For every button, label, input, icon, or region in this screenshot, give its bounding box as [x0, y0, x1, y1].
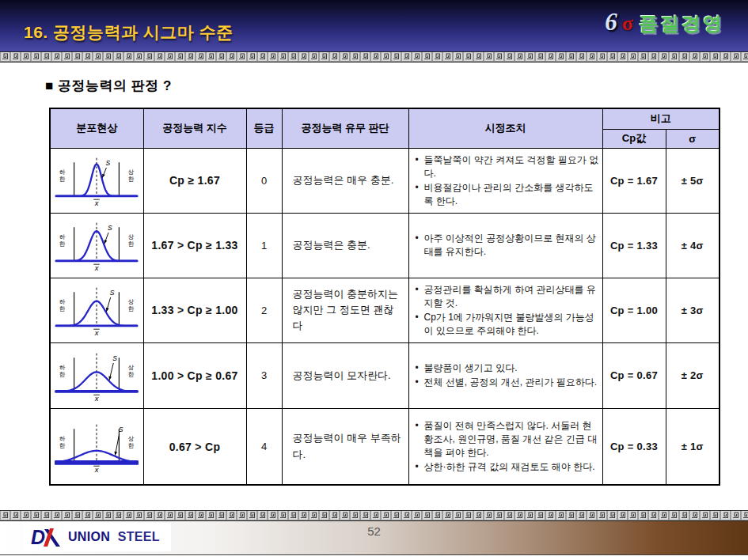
cp-value-cell: Cp = 1.33 — [602, 213, 666, 278]
svg-text:x: x — [94, 263, 99, 272]
cp-index-cell: 1.67 > Cp ≥ 1.33 — [143, 213, 246, 278]
cp-index-cell: Cp ≥ 1.67 — [143, 148, 246, 213]
col-header-distribution: 분포현상 — [50, 108, 143, 148]
footer-bar: D UNION STEEL 52 — [0, 521, 748, 555]
brand-six: 6 — [605, 8, 617, 36]
grade-cell: 4 — [246, 408, 282, 485]
table-header-row: 분포현상 공정능력 지수 등급 공정능력 유무 판단 시정조치 비고 — [50, 108, 720, 129]
sigma-level-cell: ± 2σ — [666, 342, 720, 408]
svg-text:상한: 상한 — [128, 234, 135, 248]
judgment-cell: 공정능력은 매우 충분. — [282, 148, 408, 213]
svg-text:S: S — [110, 289, 115, 297]
cp-index-cell: 0.67 > Cp — [143, 408, 246, 485]
judgment-cell: 공정능력이 매우 부족하다. — [282, 408, 408, 485]
svg-text:하한: 하한 — [59, 299, 66, 313]
bell-curve-diagram: 하한상한Sx — [55, 218, 139, 274]
action-item: Cp가 1에 가까워지면 불량발생의 가능성이 있으므로 주의해야 한다. — [416, 311, 599, 338]
svg-text:상한: 상한 — [128, 169, 135, 184]
svg-text:S: S — [113, 354, 118, 362]
svg-text:x: x — [94, 465, 99, 474]
bell-curve-diagram: 하한상한Sx — [55, 349, 139, 404]
brand-name: 품질경영 — [639, 11, 724, 36]
judgment-cell: 공정능력이 충분하지는 않지만 그 정도면 괜찮다 — [282, 278, 408, 342]
action-item: 아주 이상적인 공정상황이므로 현재의 상태를 유지한다. — [416, 232, 599, 259]
table-row: 하한상한Sx Cp ≥ 1.67 0 공정능력은 매우 충분. 들쭉날쭉이 약간… — [50, 148, 720, 213]
cp-index-cell: 1.33 > Cp ≥ 1.00 — [143, 278, 246, 342]
sigma-icon: σ — [622, 12, 633, 36]
action-cell: 불량품이 생기고 있다. 전체 선별, 공정의 개선, 관리가 필요하다. — [408, 342, 602, 408]
action-cell: 공정관리를 확실하게 하여 관리상태를 유지할 것. Cp가 1에 가까워지면 … — [408, 278, 602, 342]
slide-title: 16. 공정능력과 시그마 수준 — [24, 21, 234, 44]
col-header-cp-index: 공정능력 지수 — [143, 108, 246, 148]
svg-text:S: S — [108, 224, 112, 232]
col-header-grade: 등급 — [246, 108, 282, 148]
grade-cell: 1 — [246, 213, 282, 278]
svg-text:x: x — [94, 394, 99, 403]
svg-text:x: x — [94, 199, 99, 207]
page-number: 52 — [0, 524, 748, 538]
bell-curve-diagram: 하한상한Sx — [55, 283, 139, 339]
cp-value-cell: Cp = 1.00 — [602, 278, 666, 342]
svg-text:x: x — [94, 328, 99, 337]
distribution-diagram-cell: 하한상한Sx — [50, 342, 143, 408]
action-item: 들쭉날쭉이 약간 켜져도 걱정할 필요가 없다. — [416, 153, 599, 180]
greek-key-border-bottom — [0, 510, 748, 521]
svg-text:하한: 하한 — [59, 234, 66, 248]
slide: 16. 공정능력과 시그마 수준 6 σ 품질경영 ■ 공정능력의 판정 ? — [0, 0, 748, 560]
col-header-remarks: 비고 — [602, 108, 720, 129]
distribution-diagram-cell: 하한상한Sx — [50, 213, 143, 278]
title-bar: 16. 공정능력과 시그마 수준 6 σ 품질경영 — [0, 0, 748, 51]
table-row: 하한상한Sx 1.67 > Cp ≥ 1.33 1 공정능력은 충분. 아주 이… — [50, 213, 720, 278]
action-cell: 아주 이상적인 공정상황이므로 현재의 상태를 유지한다. — [408, 213, 602, 278]
svg-text:하한: 하한 — [59, 169, 66, 184]
svg-text:하한: 하한 — [59, 364, 66, 378]
sigma-level-cell: ± 5σ — [666, 148, 720, 213]
col-header-judgment: 공정능력 유무 판단 — [282, 108, 408, 148]
six-sigma-brand: 6 σ 품질경영 — [605, 8, 724, 36]
bell-curve-diagram: 하한상한Sx — [55, 153, 139, 209]
cp-value-cell: Cp = 0.33 — [602, 408, 666, 485]
action-item: 불량품이 생기고 있다. — [416, 361, 599, 375]
distribution-diagram-cell: 하한상한Sx — [50, 278, 143, 342]
action-cell: 들쭉날쭉이 약간 켜져도 걱정할 필요가 없다. 비용절감이나 관리의 간소화를… — [408, 148, 602, 213]
sigma-level-cell: ± 1σ — [666, 408, 720, 485]
action-item: 상한·하한 규격 값의 재검토도 해야 한다. — [416, 460, 599, 474]
action-item: 비용절감이나 관리의 간소화를 생각하도록 한다. — [416, 181, 599, 208]
col-header-cp-value: Cp값 — [602, 129, 666, 148]
cp-index-cell: 1.00 > Cp ≥ 0.67 — [143, 342, 246, 408]
grade-cell: 3 — [246, 342, 282, 408]
svg-text:S: S — [106, 159, 111, 167]
col-header-action: 시정조치 — [408, 108, 602, 148]
svg-text:상한: 상한 — [128, 364, 135, 378]
judgment-cell: 공정능력은 충분. — [282, 213, 408, 278]
grade-cell: 0 — [246, 148, 282, 213]
grade-cell: 2 — [246, 278, 282, 342]
cp-value-cell: Cp = 1.67 — [602, 148, 666, 213]
table-row: 하한상한Sx 0.67 > Cp 4 공정능력이 매우 부족하다. 품질이 전혀… — [50, 408, 720, 485]
judgment-cell: 공정능력이 모자란다. — [282, 342, 408, 408]
svg-text:하한: 하한 — [59, 435, 66, 449]
section-heading: ■ 공정능력의 판정 ? — [45, 77, 172, 95]
action-item: 공정관리를 확실하게 하여 관리상태를 유지할 것. — [416, 283, 599, 310]
action-cell: 품질이 전혀 만족스럽지 않다. 서둘러 현황조사, 원인규명, 품질 개선 같… — [408, 408, 602, 485]
col-header-sigma: σ — [666, 129, 720, 148]
distribution-diagram-cell: 하한상한Sx — [50, 148, 143, 213]
distribution-diagram-cell: 하한상한Sx — [50, 408, 143, 485]
sigma-level-cell: ± 3σ — [666, 278, 720, 342]
greek-key-border-top — [0, 51, 748, 62]
bell-curve-diagram: 하한상한Sx — [55, 420, 139, 475]
sigma-level-cell: ± 4σ — [666, 213, 720, 278]
svg-text:상한: 상한 — [128, 299, 135, 313]
table-row: 하한상한Sx 1.33 > Cp ≥ 1.00 2 공정능력이 충분하지는 않지… — [50, 278, 720, 342]
process-capability-table: 분포현상 공정능력 지수 등급 공정능력 유무 판단 시정조치 비고 Cp값 σ… — [49, 108, 720, 486]
svg-text:상한: 상한 — [128, 435, 135, 449]
action-item: 품질이 전혀 만족스럽지 않다. 서둘러 현황조사, 원인규명, 품질 개선 같… — [416, 419, 599, 460]
cp-value-cell: Cp = 0.67 — [602, 342, 666, 408]
svg-text:S: S — [119, 426, 123, 433]
table-row: 하한상한Sx 1.00 > Cp ≥ 0.67 3 공정능력이 모자란다. 불량… — [50, 342, 720, 408]
action-item: 전체 선별, 공정의 개선, 관리가 필요하다. — [416, 376, 599, 389]
